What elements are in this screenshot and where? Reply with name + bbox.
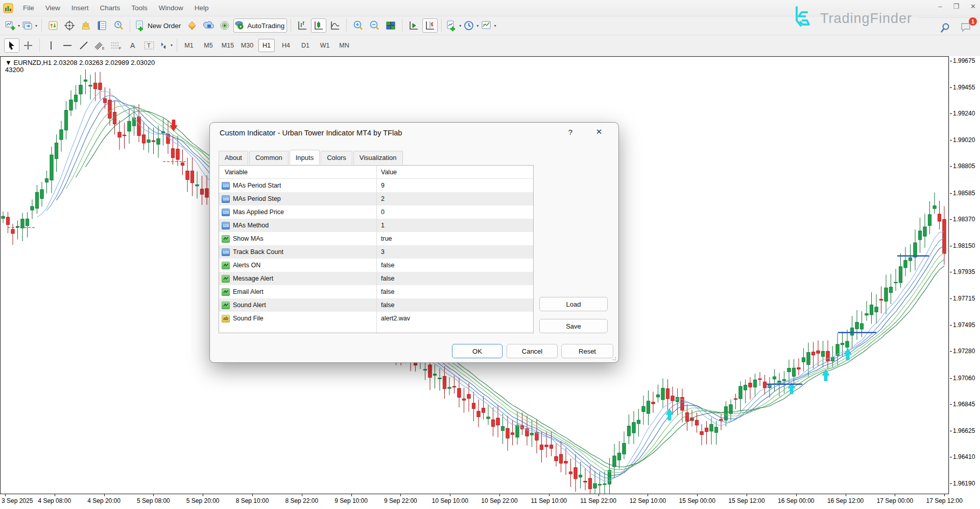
param-value[interactable]: 1 — [376, 222, 533, 229]
new-order-button[interactable]: New Order — [134, 18, 183, 33]
table-row[interactable]: 123Track Back Count3 — [219, 245, 533, 259]
auto-scroll-button[interactable] — [406, 18, 421, 33]
timeframe-m5[interactable]: M5 — [200, 39, 217, 52]
param-name: MAs Method — [233, 222, 269, 229]
signals-button[interactable] — [217, 18, 232, 33]
notifications-button[interactable]: 1 — [960, 21, 972, 35]
trendline-button[interactable] — [76, 38, 91, 53]
time-axis[interactable]: 3 Sep 20254 Sep 08:004 Sep 20:005 Sep 08… — [0, 494, 980, 509]
resize-grip[interactable] — [611, 355, 616, 360]
tab-inputs[interactable]: Inputs — [290, 150, 320, 165]
param-name: Track Back Count — [233, 248, 283, 256]
dialog-close-icon[interactable]: ✕ — [592, 127, 606, 136]
vertical-line-button[interactable] — [43, 38, 59, 53]
table-row[interactable]: Show MAstrue — [219, 232, 533, 245]
terminal-button[interactable] — [94, 18, 110, 33]
param-name: Mas Applied Price — [233, 209, 284, 216]
timeframe-mn[interactable]: MN — [336, 39, 352, 52]
help-button[interactable]: ? — [564, 128, 577, 136]
menu-item-help[interactable]: Help — [189, 2, 214, 14]
experts-button[interactable] — [201, 18, 216, 33]
save-button[interactable]: Save — [539, 319, 608, 333]
new-chart-button[interactable]: ▾ — [4, 18, 20, 33]
param-value[interactable]: 9 — [376, 182, 533, 189]
fibonacci-button[interactable]: F — [109, 38, 124, 53]
timeframe-m30[interactable]: M30 — [239, 39, 255, 52]
param-value[interactable]: 3 — [376, 248, 533, 256]
horizontal-line-button[interactable] — [60, 38, 75, 53]
boolean-param-icon — [222, 235, 230, 243]
table-row[interactable]: 123MAs Method1 — [219, 219, 533, 232]
param-value[interactable]: 2 — [376, 195, 533, 202]
reset-button[interactable]: Reset — [561, 344, 613, 358]
menu-item-tools[interactable]: Tools — [126, 2, 153, 14]
strategy-tester-button[interactable] — [111, 18, 126, 33]
tab-colors[interactable]: Colors — [321, 151, 352, 165]
templates-button[interactable]: ▾ — [480, 18, 496, 33]
bar-chart-button[interactable] — [295, 18, 310, 33]
table-row[interactable]: 123MAs Period Start9 — [219, 179, 533, 192]
param-value[interactable]: false — [376, 262, 533, 269]
periods-button[interactable]: ▾ — [463, 18, 479, 33]
timeframe-w1[interactable]: W1 — [317, 39, 333, 52]
param-value[interactable]: false — [376, 275, 533, 282]
table-row[interactable]: 123MAs Period Step2 — [219, 192, 533, 205]
candlestick-chart-button[interactable] — [311, 18, 326, 33]
menu-item-view[interactable]: View — [40, 2, 66, 14]
tab-common[interactable]: Common — [249, 151, 289, 165]
load-button[interactable]: Load — [539, 297, 608, 311]
menu-item-charts[interactable]: Charts — [94, 2, 126, 14]
zoom-in-button[interactable] — [350, 18, 366, 33]
text-label-button[interactable]: T — [141, 38, 157, 53]
autotrading-button[interactable]: AutoTrading — [233, 18, 287, 33]
table-row[interactable]: Alerts ONfalse — [219, 259, 533, 272]
tab-about[interactable]: About — [219, 151, 248, 165]
crosshair-button[interactable] — [20, 38, 36, 53]
param-value[interactable]: alert2.wav — [376, 315, 533, 322]
ok-button[interactable]: OK — [452, 344, 503, 358]
metaeditor-icon — [186, 20, 198, 31]
timeframe-m15[interactable]: M15 — [220, 39, 236, 52]
autotrading-icon — [234, 20, 245, 31]
navigator-button[interactable] — [62, 18, 77, 33]
inputs-table[interactable]: VariableValue123MAs Period Start9123MAs … — [219, 165, 534, 333]
menu-item-window[interactable]: Window — [153, 2, 189, 14]
market-watch-button[interactable] — [45, 18, 61, 33]
search-icon[interactable] — [940, 22, 951, 34]
tab-visualization[interactable]: Visualization — [353, 151, 403, 165]
table-row[interactable]: Sound Alertfalse — [219, 298, 533, 312]
favorites-button[interactable] — [78, 18, 93, 33]
price-label: 1.96845 — [953, 401, 975, 408]
arrows-button[interactable]: ▾ — [158, 38, 173, 53]
metaeditor-button[interactable] — [184, 18, 200, 33]
param-value[interactable]: true — [376, 235, 533, 242]
indicators-button[interactable]: ▾ — [445, 18, 462, 33]
signals-icon — [219, 20, 230, 31]
equidistant-channel-button[interactable]: E — [92, 38, 108, 53]
line-chart-button[interactable] — [327, 18, 343, 33]
timeframe-d1[interactable]: D1 — [297, 39, 314, 52]
table-row[interactable]: Email Alertfalse — [219, 285, 533, 298]
price-label: 1.96190 — [953, 480, 975, 487]
timeframe-m1[interactable]: M1 — [181, 39, 197, 52]
toolbar-separator — [402, 19, 402, 32]
zoom-out-button[interactable] — [367, 18, 382, 33]
param-value[interactable]: 0 — [376, 209, 533, 216]
tile-windows-button[interactable] — [383, 18, 398, 33]
cursor-button[interactable] — [4, 38, 19, 53]
chart-shift-button[interactable] — [422, 18, 438, 33]
menu-item-insert[interactable]: Insert — [66, 2, 94, 14]
table-row[interactable]: Message Alertfalse — [219, 272, 533, 285]
profiles-button[interactable]: ▾ — [21, 18, 38, 33]
zoom-in-icon — [352, 20, 364, 31]
price-axis[interactable]: 1.996751.994551.992401.990201.988051.985… — [950, 56, 980, 494]
param-value[interactable]: false — [376, 302, 533, 309]
param-value[interactable]: false — [376, 288, 533, 295]
menu-item-file[interactable]: File — [17, 2, 40, 14]
table-row[interactable]: 123Mas Applied Price0 — [219, 205, 533, 219]
timeframe-h1[interactable]: H1 — [258, 39, 275, 52]
cancel-button[interactable]: Cancel — [507, 344, 558, 358]
timeframe-h4[interactable]: H4 — [278, 39, 294, 52]
text-button[interactable]: A — [125, 38, 140, 53]
table-row[interactable]: abSound Filealert2.wav — [219, 312, 533, 325]
